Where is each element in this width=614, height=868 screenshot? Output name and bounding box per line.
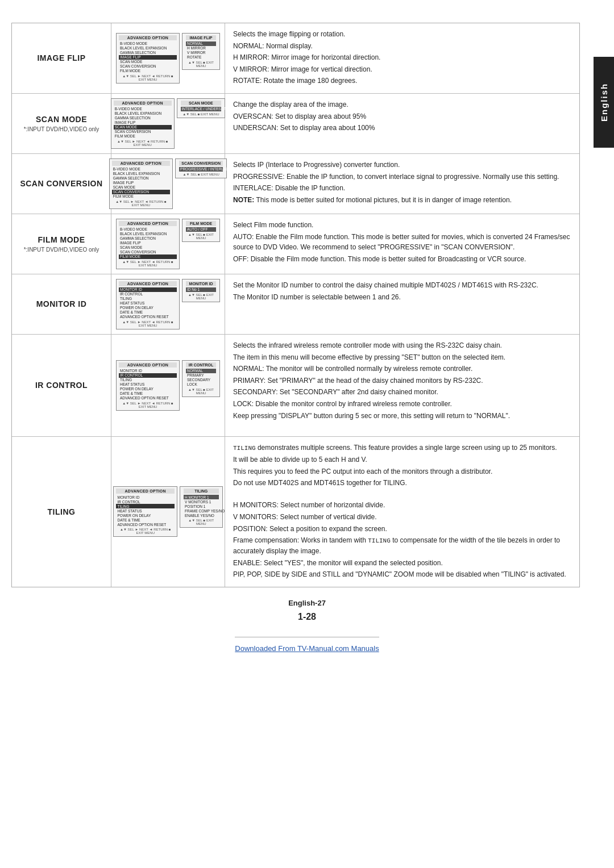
screenshot-image-flip: ADVANCED OPTION B-VIDEO MODE BLACK LEVEL… [111,23,225,93]
osd-left-film-mode: ADVANCED OPTION B-VIDEO MODE BLACK LEVEL… [116,219,180,269]
label-scan-mode: SCAN MODE *:INPUT DVD/HD,VIDEO only [12,94,111,153]
label-film-mode: FILM MODE *:INPUT DVD/HD,VIDEO only [12,214,111,274]
osd-left-scan-mode: ADVANCED OPTION B-VIDEO MODE BLACK LEVEL… [111,98,175,149]
label-tiling: TILING [12,437,111,587]
desc-monitor-id: Set the Monitor ID number to control the… [225,274,579,334]
feature-row-film-mode: FILM MODE *:INPUT DVD/HD,VIDEO only ADVA… [12,214,579,274]
page-wrapper: English IMAGE FLIP ADVANCED OPTION B-VID… [0,0,614,868]
osd-left-monitor-id: ADVANCED OPTION MONITOR ID IR CONTROL TI… [116,279,180,329]
desc-film-mode: Select Film mode function. AUTO: Enable … [225,214,579,274]
osd-right-monitor-id: MONITOR ID ID No 1 ▲▼ SEL ■ EXIT MENU [182,279,220,302]
osd-right-film-mode: FILM MODE AUTO / OFF ▲▼ SEL ■ EXIT MENU [182,219,220,242]
osd-right-scan-mode: SCAN MODE INTERLACE / UNDERSCAN ▲▼ SEL ■… [177,98,226,118]
feature-row-scan-conversion: SCAN CONVERSION ADVANCED OPTION B-VIDEO … [12,154,579,214]
feature-row-ir-control: IR CONTROL ADVANCED OPTION MONITOR ID IR… [12,335,579,437]
desc-image-flip: Selects the image flipping or rotation. … [225,23,579,93]
feature-row-monitor-id: MONITOR ID ADVANCED OPTION MONITOR ID IR… [12,274,579,335]
osd-right-ir-control: IR CONTROL NORMAL PRIMARY SECONDARY LOCK… [182,360,220,397]
desc-tiling: TILING demonstrates multiple screens. Th… [225,437,579,587]
osd-left-image-flip: ADVANCED OPTION B-VIDEO MODE BLACK LEVEL… [116,33,180,84]
screenshot-film-mode: ADVANCED OPTION B-VIDEO MODE BLACK LEVEL… [111,214,225,274]
page-number: 1-28 [11,612,603,622]
osd-left-tiling: ADVANCED OPTION MONITOR ID IR CONTROL TI… [113,486,177,537]
feature-name-monitor-id: MONITOR ID [36,299,87,308]
feature-name-scan-mode: SCAN MODE [36,115,87,124]
sub-note-film-mode: *:INPUT DVD/HD,VIDEO only [24,247,99,253]
language-tab: English [594,57,614,148]
feature-name-ir-control: IR CONTROL [35,381,88,390]
desc-ir-control: Selects the infrared wireless remote con… [225,335,579,436]
footer-area: English-27 1-28 Downloaded From TV-Manua… [11,599,603,653]
osd-left-ir-control: ADVANCED OPTION MONITOR ID IR CONTROL TI… [116,360,180,411]
screenshot-tiling: ADVANCED OPTION MONITOR ID IR CONTROL TI… [111,437,225,587]
label-image-flip: IMAGE FLIP [12,23,111,93]
label-monitor-id: MONITOR ID [12,274,111,334]
feature-row-scan-mode: SCAN MODE *:INPUT DVD/HD,VIDEO only ADVA… [12,94,579,154]
footer-label: English-27 [11,599,603,607]
osd-right-tiling: TILING H MONITOR 1 V MONITORS 1 POSITION… [180,486,223,528]
download-link[interactable]: Downloaded From TV-Manual.com Manuals [235,637,379,653]
desc-scan-mode: Change the display area of the image. OV… [225,94,579,153]
feature-row-tiling: TILING ADVANCED OPTION MONITOR ID IR CON… [12,437,579,587]
sub-note-scan-mode: *:INPUT DVD/HD,VIDEO only [24,126,99,132]
screenshot-scan-mode: ADVANCED OPTION B-VIDEO MODE BLACK LEVEL… [111,94,225,153]
osd-right-image-flip: IMAGE FLIP NORMAL H MIRROR V MIRROR ROTA… [182,33,220,70]
feature-name-image-flip: IMAGE FLIP [37,53,85,62]
label-scan-conversion: SCAN CONVERSION [12,154,111,214]
desc-scan-conversion: Selects IP (Interlace to Progressive) co… [225,154,579,214]
feature-name-tiling: TILING [48,507,76,516]
screenshot-monitor-id: ADVANCED OPTION MONITOR ID IR CONTROL TI… [111,274,225,334]
feature-name-film-mode: FILM MODE [38,235,85,244]
main-content: IMAGE FLIP ADVANCED OPTION B-VIDEO MODE … [11,23,580,587]
osd-left-scan-conv: ADVANCED OPTION B-VIDEO MODE BLACK LEVEL… [109,158,173,209]
osd-right-scan-conv: SCAN CONVERSION PROGRESSIVE / INTERLACE … [175,158,227,178]
feature-row-image-flip: IMAGE FLIP ADVANCED OPTION B-VIDEO MODE … [12,23,579,94]
label-ir-control: IR CONTROL [12,335,111,436]
feature-name-scan-conversion: SCAN CONVERSION [20,179,102,188]
screenshot-ir-control: ADVANCED OPTION MONITOR ID IR CONTROL TI… [111,335,225,436]
screenshot-scan-conversion: ADVANCED OPTION B-VIDEO MODE BLACK LEVEL… [111,154,225,214]
